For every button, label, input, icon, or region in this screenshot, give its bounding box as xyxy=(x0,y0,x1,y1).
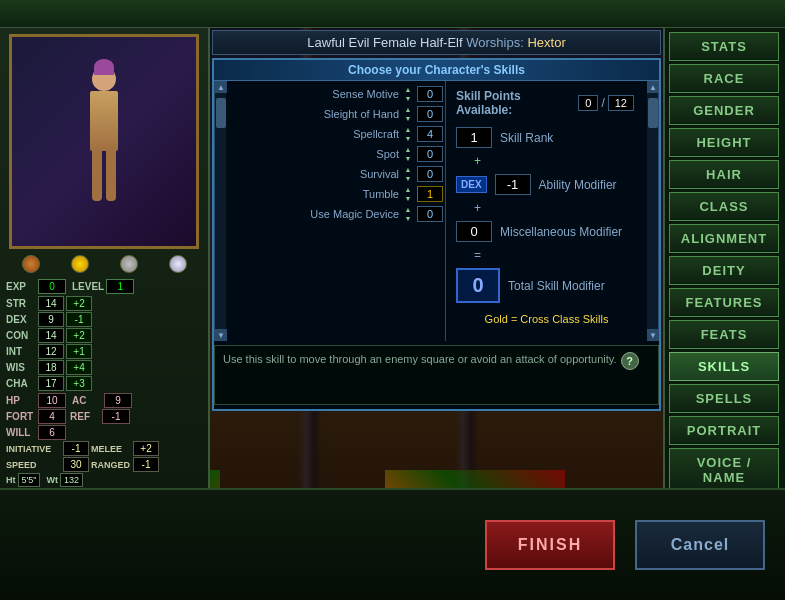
skill-name: Sense Motive xyxy=(228,88,399,100)
skill-row: Survival ▲ ▼ 0 xyxy=(228,165,443,182)
nav-btn-stats[interactable]: STATS xyxy=(669,32,779,61)
scroll-up-right-btn[interactable]: ▲ xyxy=(647,81,659,93)
skills-list: Sense Motive ▲ ▼ 0Sleight of Hand ▲ ▼ 0S… xyxy=(226,81,446,341)
nav-btn-skills[interactable]: SKILLS xyxy=(669,352,779,381)
center-panel: Lawful Evil Female Half-Elf Worships: He… xyxy=(210,28,663,488)
skill-increment-btn[interactable]: ▲ xyxy=(403,205,413,213)
skills-right: Skill Points Available: 0 / 12 1 Skill R… xyxy=(446,81,647,341)
help-button[interactable]: ? xyxy=(621,352,639,370)
slash: / xyxy=(601,96,604,110)
misc-modifier-row: 0 Miscellaneous Modifier xyxy=(456,221,637,242)
skill-row: Spot ▲ ▼ 0 xyxy=(228,145,443,162)
skill-name: Tumble xyxy=(228,188,399,200)
nav-btn-portrait[interactable]: PORTRAIT xyxy=(669,416,779,445)
exp-value: 0 xyxy=(38,279,66,294)
nav-btn-gender[interactable]: GENDER xyxy=(669,96,779,125)
char-leg-right xyxy=(106,151,116,201)
skill-decrement-btn[interactable]: ▼ xyxy=(403,174,413,182)
skill-value: 0 xyxy=(417,106,443,122)
will-label: WILL xyxy=(6,427,36,438)
scroll-thumb-right[interactable] xyxy=(648,98,658,128)
skill-decrement-btn[interactable]: ▼ xyxy=(403,94,413,102)
skill-rank-value: 1 xyxy=(456,127,492,148)
scroll-thumb[interactable] xyxy=(216,98,226,128)
skill-points-current: 0 xyxy=(578,95,598,111)
skill-increment-btn[interactable]: ▲ xyxy=(403,125,413,133)
wt-label: Wt xyxy=(46,475,58,485)
ac-label: AC xyxy=(72,395,102,406)
skill-value: 0 xyxy=(417,206,443,222)
skill-arrow-buttons[interactable]: ▲ ▼ xyxy=(403,165,413,182)
skills-scrollbar-right[interactable]: ▲ ▼ xyxy=(647,81,659,341)
nav-btn-class[interactable]: CLASS xyxy=(669,192,779,221)
attributes-container: STR 14 +2 DEX 9 -1 CON 14 +2 INT 12 +1 W… xyxy=(6,296,202,391)
skill-points-label: Skill Points Available: xyxy=(456,89,575,117)
misc-modifier-label: Miscellaneous Modifier xyxy=(500,225,622,239)
skill-description-text: Use this skill to move through an enemy … xyxy=(223,352,617,367)
nav-btn-race[interactable]: RACE xyxy=(669,64,779,93)
skill-arrow-buttons[interactable]: ▲ ▼ xyxy=(403,85,413,102)
plus-sign-2: + xyxy=(474,201,637,215)
skill-increment-btn[interactable]: ▲ xyxy=(403,105,413,113)
skill-decrement-btn[interactable]: ▼ xyxy=(403,154,413,162)
skill-decrement-btn[interactable]: ▼ xyxy=(403,114,413,122)
skill-row: Use Magic Device ▲ ▼ 0 xyxy=(228,205,443,222)
coin-row xyxy=(4,251,204,277)
char-head xyxy=(92,67,116,91)
nav-btn-alignment[interactable]: ALIGNMENT xyxy=(669,224,779,253)
skill-increment-btn[interactable]: ▲ xyxy=(403,165,413,173)
skill-row: Sense Motive ▲ ▼ 0 xyxy=(228,85,443,102)
skill-description-box: Use this skill to move through an enemy … xyxy=(214,345,659,405)
nav-btn-hair[interactable]: HAIR xyxy=(669,160,779,189)
skill-row: Spellcraft ▲ ▼ 4 xyxy=(228,125,443,142)
nav-btn-spells[interactable]: SPELLS xyxy=(669,384,779,413)
skill-rank-row: 1 Skill Rank xyxy=(456,127,637,148)
skill-decrement-btn[interactable]: ▼ xyxy=(403,194,413,202)
skill-arrow-buttons[interactable]: ▲ ▼ xyxy=(403,205,413,222)
attr-row-wis: WIS 18 +4 xyxy=(6,360,202,375)
scroll-down-right-btn[interactable]: ▼ xyxy=(647,329,659,341)
skill-arrow-buttons[interactable]: ▲ ▼ xyxy=(403,125,413,142)
fort-value: 4 xyxy=(38,409,66,424)
coin-gold[interactable] xyxy=(71,255,89,273)
skill-decrement-btn[interactable]: ▼ xyxy=(403,214,413,222)
stats-grid: EXP 0 LEVEL 1 STR 14 +2 DEX 9 -1 CON 14 … xyxy=(4,277,204,489)
cancel-button[interactable]: Cancel xyxy=(635,520,765,570)
main-container: EXP 0 LEVEL 1 STR 14 +2 DEX 9 -1 CON 14 … xyxy=(0,28,785,488)
skill-increment-btn[interactable]: ▲ xyxy=(403,185,413,193)
skill-decrement-btn[interactable]: ▼ xyxy=(403,134,413,142)
ability-modifier-label: Ability Modifier xyxy=(539,178,617,192)
ref-value: -1 xyxy=(102,409,130,424)
attr-val-wis: 18 xyxy=(38,360,64,375)
coin-copper[interactable] xyxy=(22,255,40,273)
attr-mod-int: +1 xyxy=(66,344,92,359)
will-row: WILL 6 xyxy=(6,425,202,440)
nav-btn-height[interactable]: HEIGHT xyxy=(669,128,779,157)
skill-increment-btn[interactable]: ▲ xyxy=(403,85,413,93)
coin-platinum[interactable] xyxy=(169,255,187,273)
attr-mod-dex: -1 xyxy=(66,312,92,327)
nav-btn-deity[interactable]: DEITY xyxy=(669,256,779,285)
attr-val-con: 14 xyxy=(38,328,64,343)
attr-row-dex: DEX 9 -1 xyxy=(6,312,202,327)
nav-btn-voice[interactable]: VOICE / NAME xyxy=(669,448,779,492)
attr-val-cha: 17 xyxy=(38,376,64,391)
attr-label-str: STR xyxy=(6,298,36,309)
misc-modifier-value: 0 xyxy=(456,221,492,242)
skill-value: 4 xyxy=(417,126,443,142)
skills-scrollbar-left[interactable]: ▲ ▼ xyxy=(214,81,226,341)
exp-label: EXP xyxy=(6,281,36,292)
attr-row-int: INT 12 +1 xyxy=(6,344,202,359)
skill-arrow-buttons[interactable]: ▲ ▼ xyxy=(403,185,413,202)
nav-btn-feats[interactable]: FEATS xyxy=(669,320,779,349)
initiative-value: -1 xyxy=(63,441,89,456)
skill-arrow-buttons[interactable]: ▲ ▼ xyxy=(403,105,413,122)
finish-button[interactable]: FINISH xyxy=(485,520,615,570)
skill-arrow-buttons[interactable]: ▲ ▼ xyxy=(403,145,413,162)
skill-increment-btn[interactable]: ▲ xyxy=(403,145,413,153)
coin-silver[interactable] xyxy=(120,255,138,273)
exp-level-row: EXP 0 LEVEL 1 xyxy=(6,279,202,294)
character-description: Lawful Evil Female Half-Elf xyxy=(307,35,462,50)
equals-sign: = xyxy=(474,248,637,262)
nav-btn-features[interactable]: FEATURES xyxy=(669,288,779,317)
